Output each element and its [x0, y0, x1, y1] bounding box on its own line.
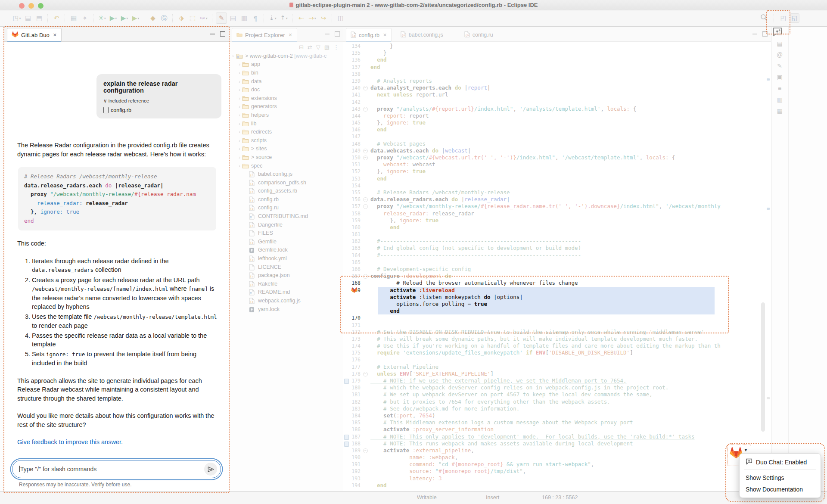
code-line-158[interactable]: 158 release_radar: release_radar — [343, 210, 771, 217]
code-line-170[interactable]: 170 — [343, 314, 771, 321]
code-line-181[interactable]: 181 # We set up webpack devServer on por… — [343, 391, 771, 398]
code-line[interactable]: options.force_polling = true — [343, 301, 771, 308]
tree-item-file[interactable]: MCONTRIBUTING.md — [229, 212, 343, 221]
fold-icon[interactable]: − — [363, 448, 368, 453]
code-line-162[interactable]: 162 #-----------------------------------… — [343, 238, 771, 245]
code-line-189[interactable]: 189− activate :external_pipeline, — [343, 447, 771, 454]
tree-item-file[interactable]: {aconfig.rb — [229, 195, 343, 204]
chevron-icon[interactable]: › — [231, 53, 236, 59]
code-line-137[interactable]: 137end — [343, 64, 771, 71]
link-with-editor-icon[interactable]: ⇄ — [308, 44, 312, 50]
code-line-157[interactable]: 157− proxy "/webcast/monthly-release/#{r… — [343, 203, 771, 210]
tree-item-file[interactable]: Gemfile.lock — [229, 246, 343, 255]
tree-item-folder[interactable]: ›doc — [229, 85, 343, 94]
chevron-icon[interactable]: › — [237, 163, 242, 168]
code-line-194[interactable]: 194 end — [343, 482, 771, 489]
tree-item-folder[interactable]: ›> sites — [229, 145, 343, 153]
code-line-192[interactable]: 192 source: "#{monorepo_root}/tmp/dist", — [343, 468, 771, 475]
code-line-142[interactable]: 142 — [343, 99, 771, 106]
tree-item-file[interactable]: MREADME.md — [229, 288, 343, 297]
editor-scrollbar[interactable] — [761, 302, 765, 432]
code-line-185[interactable]: 185 # This Middleman extension logs a cu… — [343, 419, 771, 426]
tree-item-folder[interactable]: ›spec — [229, 162, 343, 170]
tree-item-file[interactable]: LICENCE — [229, 263, 343, 271]
tree-item-folder[interactable]: ›generators — [229, 103, 343, 111]
maximize-view-icon[interactable] — [220, 31, 225, 37]
feedback-link[interactable]: Give feedback to improve this answer. — [17, 438, 219, 447]
code-line-139[interactable]: 139 # Analyst reports — [343, 78, 771, 84]
code-line[interactable]: activate :listen_monkeypatch do |options… — [343, 294, 771, 301]
code-line-147[interactable]: 147 — [343, 133, 771, 140]
tree-item-file[interactable]: {alefthook.yml — [229, 254, 343, 263]
chevron-icon[interactable]: › — [237, 104, 242, 109]
fold-icon[interactable]: − — [363, 204, 368, 209]
focus-icon[interactable]: ▧ — [324, 44, 330, 50]
close-icon[interactable]: ✕ — [383, 32, 387, 38]
minimize-view-icon[interactable] — [325, 34, 330, 34]
minimize-view-icon[interactable] — [752, 34, 757, 34]
code-line-155[interactable]: 155 # Release Radars /webcast/monthly-re… — [343, 189, 771, 196]
maximize-view-icon[interactable] — [762, 31, 768, 37]
code-line-149[interactable]: 149−data.webcasts.each do |webcast| — [343, 147, 771, 154]
tree-item-folder[interactable]: ›extensions — [229, 94, 343, 103]
code-line-183[interactable]: 183 # See doc/webpack.md for more inform… — [343, 405, 771, 412]
chevron-icon[interactable]: › — [237, 87, 242, 92]
chevron-icon[interactable]: › — [237, 146, 242, 151]
code-line-164[interactable]: 164 #-----------------------------------… — [343, 252, 771, 259]
fold-icon[interactable]: − — [363, 86, 368, 90]
restore-view-icon[interactable]: ◳ — [771, 27, 788, 38]
chevron-icon[interactable]: › — [237, 96, 242, 101]
prev-annotation-icon[interactable]: ⇡▾ — [279, 13, 289, 23]
code-line-136[interactable]: 136 end — [343, 56, 771, 63]
tree-item-folder[interactable]: ›data — [229, 77, 343, 86]
tree-item-folder[interactable]: ›> source — [229, 153, 343, 162]
chevron-icon[interactable]: › — [237, 121, 242, 126]
build-view-icon[interactable]: ▣ — [771, 72, 788, 83]
code-line-161[interactable]: 161 — [343, 231, 771, 238]
compare-doc-icon[interactable]: ▤ — [228, 13, 238, 23]
forward-icon[interactable]: ⇢▾ — [307, 13, 317, 23]
annotations-view-icon[interactable]: @ — [771, 49, 788, 60]
code-line-172[interactable]: 172 # Set the DISABLE_ON_DISK_REBUILD=tr… — [343, 329, 771, 336]
editor-tab-config.rb[interactable]: {aconfig.rb✕ — [346, 28, 392, 42]
wand-icon[interactable]: ✑▾ — [199, 13, 209, 23]
fold-icon[interactable]: − — [363, 274, 368, 279]
back-icon[interactable]: ⇠ — [296, 13, 306, 23]
tree-item-folder[interactable]: ›helpers — [229, 111, 343, 119]
search-icon[interactable] — [760, 14, 768, 23]
code-line-182[interactable]: 182 # but it proxies to 7654 for everyth… — [343, 398, 771, 405]
code-line-177[interactable]: 177 # External Pipeline — [343, 364, 771, 370]
tree-item-folder[interactable]: ›redirects — [229, 128, 343, 136]
chevron-icon[interactable]: › — [237, 70, 242, 75]
tree-item-file[interactable]: {apackage.json — [229, 271, 343, 280]
code-line-150[interactable]: 150− proxy "/webcast/#{webcast.url.tr(' … — [343, 154, 771, 161]
code-line-187[interactable]: 187 # NOTE: This only applies to 'develo… — [343, 433, 771, 440]
code-line-154[interactable]: 154 — [343, 182, 771, 189]
code-line-134[interactable]: 134 } — [343, 43, 771, 50]
hierarchy-view-icon[interactable]: ≡ — [771, 83, 788, 94]
new-wizard-icon[interactable]: ◳▾ — [12, 13, 22, 23]
code-line-156[interactable]: 156−data.release_radars.each do |release… — [343, 196, 771, 203]
next-annotation-icon[interactable]: ⇣▾ — [267, 13, 278, 23]
tree-item-file[interactable]: {aconfig_assets.rb — [229, 187, 343, 196]
templates-view-icon[interactable]: ▦ — [771, 105, 788, 116]
tree-item-file[interactable]: {aRakefile — [229, 280, 343, 288]
tree-item-folder[interactable]: ›bin — [229, 68, 343, 77]
code-line-148[interactable]: 148 # Webcast pages — [343, 140, 771, 147]
duo-suggestion-fox-icon[interactable] — [351, 287, 358, 294]
console-icon[interactable]: ▦ — [68, 13, 79, 23]
view-menu-icon[interactable]: ⋮ — [333, 44, 339, 50]
code-line-168[interactable]: 168 # Reload the browser automatically w… — [343, 280, 771, 286]
menu-item-duo-chat-status[interactable]: Duo Chat: Enabled — [740, 456, 821, 468]
chevron-icon[interactable]: › — [237, 129, 242, 134]
chat-input[interactable]: Type "/" for slash commands — [12, 460, 221, 478]
tree-item-file[interactable]: {ababel.config.js — [229, 170, 343, 178]
snippets-view-icon[interactable]: ▥ — [771, 94, 788, 105]
open-task-icon[interactable]: ⬗ — [176, 13, 187, 23]
code-line-145[interactable]: 145 }, ignore: true — [343, 119, 771, 126]
menu-item-show-documentation[interactable]: Show Documentation — [740, 483, 821, 495]
open-folder-icon[interactable]: ⬚ — [187, 13, 198, 23]
save-icon[interactable]: ⬓ — [23, 13, 33, 23]
code-line-144[interactable]: 144 report: report — [343, 112, 771, 119]
menu-item-show-settings[interactable]: Show Settings — [740, 472, 821, 483]
